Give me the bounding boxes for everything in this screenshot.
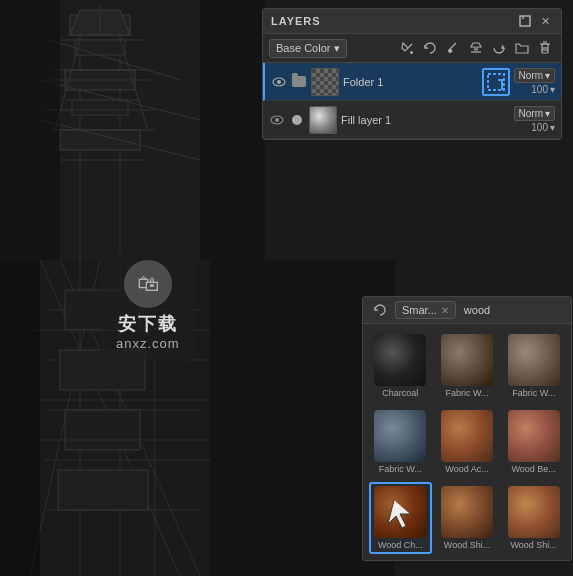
material-label-wood-ac: Wood Ac... [445, 464, 488, 474]
refresh-icon[interactable] [371, 301, 389, 319]
svg-line-49 [450, 43, 456, 49]
material-thumb-fabric-w3 [374, 410, 426, 462]
folder-icon[interactable] [512, 38, 532, 58]
layer-thumbnail-folder-1 [311, 68, 339, 96]
mask-thumbnail-folder-1 [482, 68, 510, 96]
svg-rect-12 [60, 130, 140, 150]
material-item-fabric-w3[interactable]: Fabric W... [369, 406, 432, 478]
svg-point-61 [275, 118, 279, 122]
svg-rect-39 [58, 470, 148, 510]
brush-icon[interactable] [443, 38, 463, 58]
dropdown-label: Base Color [276, 42, 330, 54]
rotate-icon[interactable] [420, 38, 440, 58]
close-icon[interactable]: ✕ [537, 13, 553, 29]
material-label-wood-shi2: Wood Shi... [510, 540, 556, 550]
material-item-charcoal[interactable]: Charcoal [369, 330, 432, 402]
material-label-wood-be: Wood Be... [511, 464, 555, 474]
svg-rect-22 [0, 0, 60, 260]
shelf-tag-close[interactable]: ✕ [441, 305, 449, 316]
svg-rect-37 [60, 350, 145, 390]
material-thumb-wood-ch [374, 486, 426, 538]
toolbar-icons [397, 38, 555, 58]
arc-icon[interactable] [489, 38, 509, 58]
svg-rect-36 [65, 290, 140, 330]
chevron-down-icon: ▾ [334, 42, 340, 55]
paint-bucket-icon[interactable] [397, 38, 417, 58]
material-thumb-fabric-w2 [508, 334, 560, 386]
layer-name-fill-1: Fill layer 1 [341, 114, 510, 126]
layer-row-fill-1[interactable]: Fill layer 1 Norm ▾ 100 ▾ [263, 101, 561, 139]
scene-art-top [0, 0, 265, 260]
material-item-wood-ac[interactable]: Wood Ac... [436, 406, 499, 478]
svg-rect-11 [72, 100, 128, 115]
svg-rect-38 [65, 410, 140, 450]
svg-rect-43 [0, 260, 40, 576]
blend-mode-folder-1[interactable]: Norm ▾ [514, 68, 555, 83]
material-item-wood-shi1[interactable]: Wood Shi... [436, 482, 499, 554]
material-label-wood-ch: Wood Ch... [378, 540, 423, 550]
svg-point-58 [277, 80, 281, 84]
shelf-search-text: wood [464, 304, 490, 316]
blend-right-folder-1: Norm ▾ 100 ▾ [514, 68, 555, 95]
svg-rect-62 [292, 115, 302, 125]
material-thumb-wood-be [508, 410, 560, 462]
opacity-fill-1: 100 ▾ [531, 122, 555, 133]
material-thumb-wood-ac [441, 410, 493, 462]
folder-type-icon [291, 74, 307, 90]
svg-rect-9 [75, 40, 125, 55]
material-label-wood-shi1: Wood Shi... [444, 540, 490, 550]
material-item-wood-be[interactable]: Wood Be... [502, 406, 565, 478]
svg-rect-45 [520, 16, 530, 26]
layer-type-dropdown[interactable]: Base Color ▾ [269, 39, 347, 58]
scene-art-bottom [0, 260, 395, 576]
delete-icon[interactable] [535, 38, 555, 58]
layers-panel-title: LAYERS [271, 15, 321, 27]
opacity-folder-1: 100 ▾ [531, 84, 555, 95]
materials-grid: Charcoal Fabric W... Fabric W... Fabric … [363, 324, 571, 560]
layers-panel-header: LAYERS ✕ [263, 9, 561, 34]
shelf-panel: Smar... ✕ wood Charcoal Fabric W... Fabr… [362, 296, 572, 561]
material-thumb-wood-shi1 [441, 486, 493, 538]
visibility-toggle-folder-1[interactable] [271, 74, 287, 90]
material-thumb-wood-shi2 [508, 486, 560, 538]
material-item-fabric-w1[interactable]: Fabric W... [436, 330, 499, 402]
maximize-icon[interactable] [517, 13, 533, 29]
blend-mode-fill-1[interactable]: Norm ▾ [514, 106, 555, 121]
material-thumb-fabric-w1 [441, 334, 493, 386]
material-label-charcoal: Charcoal [382, 388, 418, 398]
material-item-wood-ch[interactable]: Wood Ch... [369, 482, 432, 554]
material-item-wood-shi2[interactable]: Wood Shi... [502, 482, 565, 554]
svg-line-47 [408, 44, 412, 48]
layers-header-icons: ✕ [517, 13, 553, 29]
shelf-tag-label: Smar... [402, 304, 437, 316]
shelf-smart-tag[interactable]: Smar... ✕ [395, 301, 456, 319]
layer-row-folder-1[interactable]: Folder 1 Norm ▾ 100 ▾ [263, 63, 561, 101]
layers-toolbar: Base Color ▾ [263, 34, 561, 63]
layers-panel: LAYERS ✕ Base Color ▾ [262, 8, 562, 140]
material-label-fabric-w1: Fabric W... [445, 388, 488, 398]
material-item-fabric-w2[interactable]: Fabric W... [502, 330, 565, 402]
blend-right-fill-1: Norm ▾ 100 ▾ [514, 106, 555, 133]
fill-type-icon [289, 112, 305, 128]
material-thumb-charcoal [374, 334, 426, 386]
stamp-icon[interactable] [466, 38, 486, 58]
layer-thumbnail-fill-1 [309, 106, 337, 134]
shelf-header: Smar... ✕ wood [363, 297, 571, 324]
folder-shape [292, 76, 306, 87]
svg-rect-23 [200, 0, 265, 260]
material-label-fabric-w2: Fabric W... [512, 388, 555, 398]
layer-name-folder-1: Folder 1 [343, 76, 478, 88]
material-label-fabric-w3: Fabric W... [379, 464, 422, 474]
svg-point-48 [410, 51, 413, 54]
visibility-toggle-fill-1[interactable] [269, 112, 285, 128]
